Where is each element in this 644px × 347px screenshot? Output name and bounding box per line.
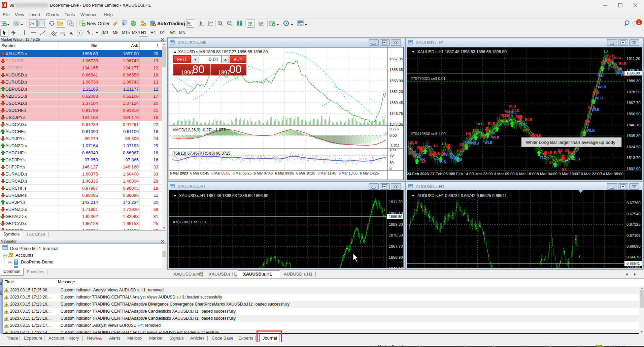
svg-text:1896.80: 1896.80 — [389, 215, 402, 219]
svg-text:1878.50: 1878.50 — [389, 233, 403, 237]
svg-text:30: 30 — [389, 161, 394, 165]
svg-text:BLB: BLB — [457, 149, 464, 153]
svg-text:6 Mar 2023: 6 Mar 2023 — [170, 171, 188, 175]
svg-text:1857.35: 1857.35 — [389, 57, 403, 61]
svg-text:1: 1 — [638, 20, 640, 25]
svg-text:TLB: TLB — [597, 73, 604, 77]
svg-text:SLB: SLB — [410, 140, 417, 145]
svg-text:0.67540: 0.67540 — [626, 212, 641, 216]
svg-text:SLS: SLS — [611, 65, 617, 69]
svg-text:AUDUSD.s,H1 0.66734 0.66742 0: AUDUSD.s,H1 0.66734 0.66742 0.66525 0.66… — [417, 193, 507, 198]
svg-text:AutoTrading: AutoTrading — [157, 21, 185, 26]
svg-text:1896.80: 1896.80 — [626, 71, 640, 75]
svg-text:WLB: WLB — [591, 107, 600, 112]
svg-text:0.66890: 0.66890 — [626, 244, 641, 248]
svg-text:1824.50: 1824.50 — [626, 145, 641, 149]
svg-text:6 Mar 10:25: 6 Mar 10:25 — [296, 171, 315, 175]
svg-text:1802.90: 1802.90 — [626, 167, 641, 171]
svg-text:BLB: BLB — [416, 145, 424, 149]
svg-text:WLS: WLS — [454, 157, 462, 161]
svg-text:0.775: 0.775 — [389, 127, 399, 131]
svg-text:0.67105: 0.67105 — [626, 233, 641, 238]
svg-text:0: 0 — [389, 166, 392, 170]
svg-text:HR: HR — [552, 164, 558, 168]
svg-text:XAUUSD.s,H1 1887.48 1898.63 1: XAUUSD.s,H1 1887.48 1898.63 1886.65 1896… — [417, 50, 507, 54]
svg-text:MACD(12,26,9) -0.271 -1.977: MACD(12,26,9) -0.271 -1.977 — [172, 128, 226, 132]
svg-text:TLS: TLS — [519, 123, 526, 127]
svg-text:#70770021 sell 0.01: #70770021 sell 0.01 — [411, 76, 446, 81]
svg-text:70: 70 — [389, 153, 394, 157]
svg-text:1911.20: 1911.20 — [626, 57, 640, 61]
svg-text:1853.90: 1853.90 — [389, 79, 403, 83]
svg-text:BLB: BLB — [525, 118, 532, 122]
svg-text:BLB: BLB — [545, 151, 552, 155]
svg-text:6 Mar 03:45: 6 Mar 03:45 — [190, 171, 209, 175]
svg-text:SX: SX — [429, 152, 433, 156]
svg-text:1848.75: 1848.75 — [389, 112, 403, 116]
svg-text:0.67325: 0.67325 — [626, 222, 641, 226]
svg-text:TLS: TLS — [463, 140, 470, 144]
svg-text:WLB: WLB — [484, 140, 493, 145]
svg-text:0.66670: 0.66670 — [626, 255, 641, 259]
svg-text:SS: SS — [558, 149, 563, 153]
svg-text:6 Mar 07:45: 6 Mar 07:45 — [254, 171, 273, 175]
svg-text:Doo Prime MT4 Terminal: Doo Prime MT4 Terminal — [10, 246, 59, 251]
svg-text:23 Feb 2023: 23 Feb 2023 — [407, 172, 429, 176]
svg-text:TLX: TLX — [540, 156, 546, 160]
svg-text:0.66541: 0.66541 — [626, 261, 640, 265]
svg-text:DooPrime-Demo: DooPrime-Demo — [21, 259, 54, 264]
svg-text:1878.50: 1878.50 — [626, 90, 641, 94]
svg-text:3 Mar 09:00: 3 Mar 09:00 — [494, 172, 514, 176]
svg-text:6 Mar 14:25: 6 Mar 14:25 — [360, 171, 379, 175]
svg-text:1813.70: 1813.70 — [626, 156, 641, 160]
svg-text:0.00: 0.00 — [389, 133, 397, 137]
svg-text:BLB: BLB — [509, 104, 516, 108]
svg-text:1847.05: 1847.05 — [389, 122, 403, 126]
svg-text:TLS: TLS — [439, 160, 446, 164]
svg-text:1855.65: 1855.65 — [389, 68, 403, 72]
svg-text:1850.45: 1850.45 — [389, 101, 403, 105]
svg-text:#70770021 sell 0.01: #70770021 sell 0.01 — [173, 220, 208, 224]
svg-text:WLB: WLB — [598, 85, 606, 89]
svg-text:#70419830 sell 1.00: #70419830 sell 1.00 — [411, 132, 446, 136]
svg-text:1 Mar 23:00: 1 Mar 23:00 — [472, 172, 493, 176]
svg-text:DLB: DLB — [534, 133, 542, 137]
svg-text:1856.90: 1856.90 — [626, 112, 641, 116]
svg-text:0.67760: 0.67760 — [626, 201, 641, 205]
svg-text:BLB: BLB — [619, 62, 626, 66]
svg-text:E: E — [55, 33, 56, 36]
svg-text:A: A — [70, 31, 73, 36]
svg-text:▲ XAUUSD.s,M5 1896.88 1897.27: ▲ XAUUSD.s,M5 1896.88 1897.27 1896.55 18… — [173, 50, 268, 54]
svg-text:6 Mar 11:45: 6 Mar 11:45 — [317, 171, 336, 175]
svg-text:WLB: WLB — [471, 141, 479, 145]
svg-text:F: F — [64, 33, 66, 36]
svg-text:28 Feb 14:00: 28 Feb 14:00 — [451, 172, 474, 176]
svg-text:1867.70: 1867.70 — [626, 101, 641, 105]
svg-text:HM: HM — [466, 132, 472, 136]
svg-text:1889.30: 1889.30 — [389, 222, 403, 226]
svg-text:TLB: TLB — [472, 128, 479, 132]
svg-text:0.66455: 0.66455 — [626, 266, 641, 268]
svg-text:SXT: SXT — [409, 151, 416, 155]
svg-text:SX: SX — [562, 167, 567, 171]
svg-text:New Order: New Order — [87, 21, 110, 26]
svg-text:TBSB: TBSB — [500, 114, 510, 118]
svg-text:27 Feb 05:00: 27 Feb 05:00 — [430, 172, 453, 176]
svg-text:1856.90: 1856.90 — [389, 255, 403, 259]
svg-text:100: 100 — [389, 148, 396, 152]
svg-text:10 Mar 22:00: 10 Mar 22:00 — [579, 172, 602, 176]
svg-text:SS: SS — [585, 120, 589, 124]
svg-text:1852.20: 1852.20 — [389, 90, 403, 94]
svg-text:RSI(13) 67.4670 RSI(3) 96.372: RSI(13) 67.4670 RSI(3) 96.3725 — [172, 151, 231, 156]
svg-text:6 Mar 06:25: 6 Mar 06:25 — [233, 171, 251, 175]
svg-text:1889.30: 1889.30 — [626, 79, 641, 83]
svg-text:XAUUSD.s,H1 1887.48 1898.63 1: XAUUSD.s,H1 1887.48 1898.63 1886.65 1896… — [179, 193, 268, 198]
svg-text:6 Mar 05:05: 6 Mar 05:05 — [211, 171, 230, 175]
svg-text:1911.20: 1911.20 — [389, 200, 403, 204]
svg-text:14 Mar 08:00: 14 Mar 08:00 — [601, 172, 623, 176]
svg-text:SS: SS — [481, 135, 486, 139]
svg-text:LX: LX — [604, 49, 608, 53]
svg-text:BLB: BLB — [515, 115, 523, 119]
svg-text:6 Mar 18:00: 6 Mar 18:00 — [516, 172, 536, 176]
svg-text:6 Mar 13:05: 6 Mar 13:05 — [339, 171, 358, 175]
